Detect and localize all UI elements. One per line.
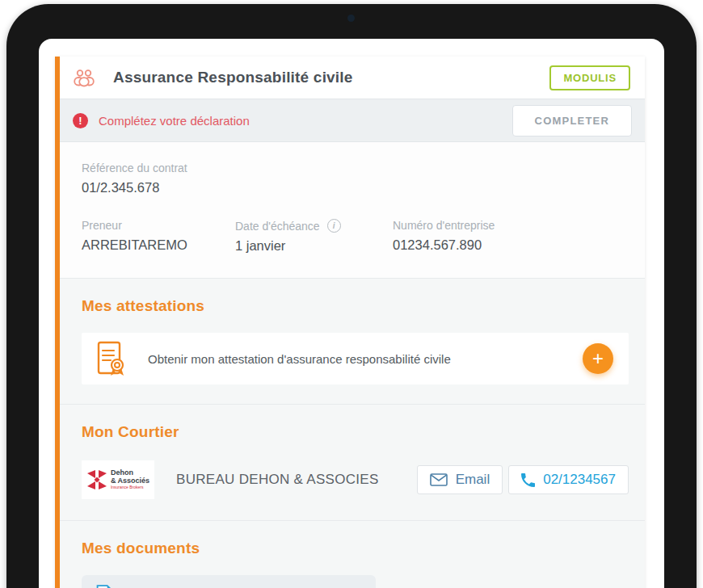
documents-heading: Mes documents: [82, 540, 629, 557]
broker-emblem-icon: [86, 469, 107, 490]
alert-bar: ! Complétez votre déclaration COMPLETER: [60, 99, 645, 142]
document-row[interactable]: PDF Mon Contrat: [82, 575, 376, 588]
preneur-value: ARREBITAREMO: [82, 237, 235, 253]
attestation-row[interactable]: Obtenir mon attestation d'assurance resp…: [82, 333, 629, 384]
attestations-heading: Mes attestations: [82, 297, 629, 315]
email-icon: [430, 473, 448, 486]
attestation-label: Obtenir mon attestation d'assurance resp…: [148, 352, 451, 366]
phone-button[interactable]: 02/1234567: [508, 465, 629, 494]
attestations-section: Mes attestations Obtenir mon attestation: [60, 278, 645, 404]
alert-message: Complétez votre déclaration: [99, 114, 250, 128]
broker-name: BUREAU DEHON & ASSOCIES: [176, 472, 379, 488]
pdf-icon: PDF: [93, 585, 116, 588]
broker-logo-text: Dehon & Associés Insurance Brokers: [111, 469, 149, 489]
courtier-heading: Mon Courtier: [82, 423, 629, 441]
phone-icon: [521, 473, 535, 487]
modulis-badge: MODULIS: [549, 65, 630, 90]
tablet-screen: Assurance Responsabilité civile MODULIS …: [39, 39, 664, 588]
group-icon: [73, 69, 95, 87]
card-header: Assurance Responsabilité civile MODULIS: [60, 57, 645, 99]
certificate-icon: [95, 340, 128, 377]
email-button[interactable]: Email: [417, 465, 503, 494]
broker-logo: Dehon & Associés Insurance Brokers: [82, 460, 154, 499]
camera-dot: [347, 15, 355, 22]
courtier-section: Mon Courtier Dehon & Assoc: [60, 404, 645, 520]
echeance-label: Date d'échéance: [235, 220, 320, 233]
page-title: Assurance Responsabilité civile: [113, 69, 353, 86]
documents-section: Mes documents PDF Mon Contrat: [60, 520, 645, 588]
entreprise-value: 01234.567.890: [393, 237, 495, 253]
preneur-label: Preneur: [82, 219, 235, 232]
add-attestation-button[interactable]: +: [583, 343, 613, 374]
entreprise-label: Numéro d'entreprise: [393, 219, 495, 232]
contract-reference-label: Référence du contrat: [82, 162, 622, 174]
echeance-value: 1 janvier: [235, 238, 393, 254]
contract-details: Référence du contrat 01/2.345.678 Preneu…: [60, 142, 645, 278]
insurance-card: Assurance Responsabilité civile MODULIS …: [55, 57, 645, 588]
completer-button[interactable]: COMPLETER: [512, 105, 632, 136]
alert-icon: !: [73, 113, 88, 128]
contract-reference-value: 01/2.345.678: [82, 180, 622, 195]
info-icon[interactable]: i: [327, 219, 341, 233]
broker-row: Dehon & Associés Insurance Brokers BUREA…: [82, 459, 629, 501]
